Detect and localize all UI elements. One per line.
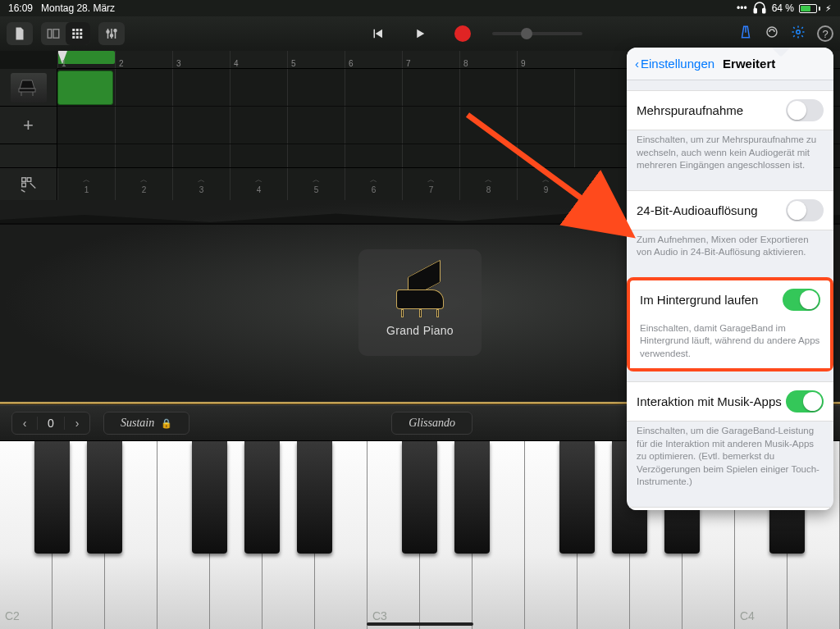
octave-value: 0 — [37, 417, 65, 430]
chevron-up-icon[interactable]: ︿ — [313, 175, 320, 185]
settings-panel: ‹ Einstellungen Erweitert Mehrspuraufnah… — [627, 48, 833, 510]
glissando-toggle[interactable]: Glissando — [391, 412, 472, 435]
setting-background[interactable]: Im Hintergrund laufen — [630, 280, 830, 319]
white-key[interactable] — [420, 441, 472, 629]
go-to-beginning-button[interactable] — [367, 23, 388, 44]
setting-label: Interaktion mit Musik-Apps — [637, 394, 782, 408]
beat-label: 7 — [429, 185, 434, 194]
instrument-card[interactable]: Grand Piano — [358, 249, 482, 356]
tracks-view-icon[interactable] — [66, 22, 90, 45]
svg-rect-5 — [72, 33, 75, 35]
setting-interapp[interactable]: Interaktion mit Musik-Apps — [627, 382, 833, 421]
white-key[interactable]: C3 — [368, 441, 420, 629]
back-label: Einstellungen — [641, 57, 714, 71]
my-songs-button[interactable] — [7, 22, 33, 45]
midi-region[interactable] — [57, 71, 113, 105]
lock-icon: 🔒 — [161, 418, 172, 429]
setting-multitrack[interactable]: Mehrspuraufnahme — [627, 91, 833, 130]
svg-rect-2 — [48, 30, 52, 39]
svg-rect-0 — [754, 8, 756, 12]
white-key[interactable] — [262, 441, 315, 629]
beat-label: 3 — [199, 185, 204, 194]
svg-rect-21 — [22, 177, 26, 181]
key-label: C2 — [5, 609, 20, 622]
svg-rect-6 — [72, 36, 75, 39]
piano-thumb-icon — [11, 73, 47, 103]
sustain-toggle[interactable]: Sustain 🔒 — [103, 412, 189, 435]
toggle-multitrack[interactable] — [786, 99, 824, 121]
beat-label: 6 — [372, 185, 377, 194]
status-time: 16:09 — [8, 2, 33, 14]
track-controls-button[interactable] — [98, 22, 125, 45]
white-key[interactable] — [210, 441, 262, 629]
svg-rect-23 — [22, 183, 26, 187]
octave-down-button[interactable]: ‹ — [12, 417, 37, 430]
battery-percent: 64 % — [772, 2, 794, 14]
svg-rect-3 — [53, 30, 59, 39]
settings-gear-icon[interactable] — [791, 25, 806, 43]
home-indicator — [367, 622, 473, 626]
chevron-up-icon[interactable]: ︿ — [140, 175, 148, 185]
svg-point-17 — [797, 30, 801, 34]
white-key[interactable] — [578, 441, 630, 629]
setting-desc: Einschalten, um die GarageBand-Leistung … — [627, 422, 833, 497]
white-key[interactable] — [52, 441, 105, 629]
chevron-up-icon[interactable]: ︿ — [255, 175, 262, 185]
browser-view-icon[interactable] — [41, 22, 66, 45]
setting-label: 24-Bit-Audioauflösung — [637, 203, 758, 217]
view-switcher[interactable] — [41, 22, 90, 45]
chevron-up-icon[interactable]: ︿ — [485, 175, 492, 185]
svg-point-15 — [114, 30, 116, 32]
measure-label: 8 — [463, 59, 468, 68]
instrument-label: Grand Piano — [386, 324, 454, 337]
white-key[interactable] — [105, 441, 158, 629]
chevron-up-icon[interactable]: ︿ — [83, 175, 90, 185]
master-volume-slider[interactable] — [492, 32, 582, 35]
svg-point-16 — [767, 27, 777, 37]
measure-label: 5 — [291, 59, 296, 68]
svg-rect-18 — [19, 89, 35, 92]
settings-header: ‹ Einstellungen Erweitert — [627, 48, 833, 80]
svg-rect-7 — [76, 29, 79, 31]
battery-icon — [799, 4, 820, 13]
key-label: C3 — [372, 609, 387, 622]
octave-selector: ‹ 0 › — [11, 412, 90, 435]
chevron-up-icon[interactable]: ︿ — [198, 175, 205, 185]
setting-desc: Einschalten, um zur Mehrspuraufnahme zu … — [627, 130, 833, 180]
white-key[interactable]: C2 — [0, 441, 52, 629]
measure-label: 2 — [119, 59, 124, 68]
chevron-up-icon[interactable]: ︿ — [370, 175, 377, 185]
setting-desc: Zum Aufnehmen, Mixen oder Exportieren vo… — [627, 230, 833, 267]
toggle-background[interactable] — [783, 289, 820, 311]
svg-rect-11 — [80, 33, 82, 35]
svg-rect-9 — [76, 36, 79, 39]
track-header-piano[interactable] — [0, 69, 57, 107]
setting-desc: Einschalten, damit GarageBand im Hinterg… — [630, 319, 830, 369]
add-track-button[interactable]: + — [0, 107, 57, 144]
metronome-icon[interactable] — [738, 25, 753, 43]
octave-up-button[interactable]: › — [65, 417, 89, 430]
toggle-interapp[interactable] — [786, 390, 824, 412]
charging-icon: ⚡︎ — [825, 3, 832, 14]
white-key[interactable] — [315, 441, 368, 629]
white-key[interactable] — [525, 441, 578, 629]
setting-label: Im Hintergrund laufen — [640, 293, 758, 307]
record-button[interactable] — [452, 23, 473, 44]
chevron-up-icon[interactable]: ︿ — [427, 175, 435, 185]
beat-label: 4 — [257, 185, 262, 194]
grand-piano-icon — [388, 268, 452, 317]
setting-24bit[interactable]: 24-Bit-Audioauflösung — [627, 191, 833, 230]
key-label: C4 — [740, 609, 755, 622]
svg-rect-8 — [76, 33, 79, 35]
app-toolbar: ? — [0, 16, 840, 51]
white-key[interactable] — [472, 441, 525, 629]
white-key[interactable] — [158, 441, 210, 629]
help-icon[interactable]: ? — [817, 25, 833, 42]
fx-button[interactable] — [0, 167, 57, 200]
setting-bluetooth-midi[interactable]: Bluetooth-MIDI-Geräte › — [627, 508, 833, 510]
chevron-up-icon[interactable]: ︿ — [542, 175, 550, 185]
settings-back-button[interactable]: ‹ Einstellungen — [635, 57, 714, 71]
play-button[interactable] — [409, 23, 431, 44]
loop-browser-icon[interactable] — [765, 25, 779, 43]
toggle-24bit[interactable] — [786, 199, 824, 221]
